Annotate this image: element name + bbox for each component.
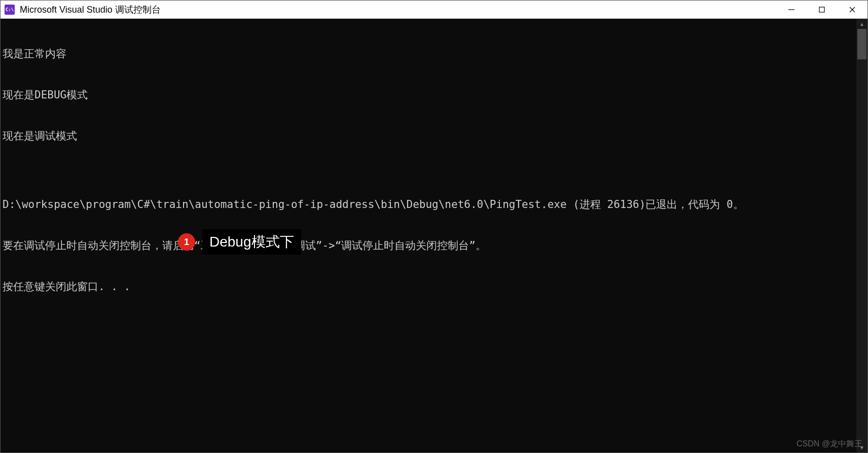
console-line: D:\workspace\program\C#\train\automatic-… <box>3 198 854 212</box>
annotation-label: Debug模式下 <box>202 229 301 255</box>
scroll-up-icon[interactable]: ▲ <box>856 19 867 29</box>
annotation-number-badge: 1 <box>178 233 195 251</box>
console-line: 我是正常内容 <box>3 47 854 61</box>
watermark-text: CSDN @龙中舞王 <box>797 439 862 449</box>
app-icon: C:\ <box>5 5 15 15</box>
console-line: 现在是DEBUG模式 <box>3 88 854 102</box>
console-window: C:\ Microsoft Visual Studio 调试控制台 我是正常内容… <box>0 0 868 453</box>
titlebar[interactable]: C:\ Microsoft Visual Studio 调试控制台 <box>1 1 867 19</box>
close-button[interactable] <box>837 1 867 18</box>
annotation-callout: 1 Debug模式下 <box>178 229 301 255</box>
window-title: Microsoft Visual Studio 调试控制台 <box>20 4 776 16</box>
console-line: 要在调试停止时自动关闭控制台，请启用“工具”->“选项”->“调试”->“调试停… <box>3 239 854 253</box>
console-line: 现在是调试模式 <box>3 129 854 143</box>
scroll-thumb[interactable] <box>857 29 866 59</box>
svg-rect-1 <box>819 7 824 12</box>
minimize-button[interactable] <box>776 1 807 18</box>
vertical-scrollbar[interactable]: ▲ ▼ <box>856 19 867 452</box>
console-line: 按任意键关闭此窗口. . . <box>3 280 854 294</box>
app-icon-text: C:\ <box>6 7 14 12</box>
window-controls <box>776 1 867 18</box>
console-output[interactable]: 我是正常内容 现在是DEBUG模式 现在是调试模式 D:\workspace\p… <box>1 19 856 452</box>
maximize-button[interactable] <box>807 1 837 18</box>
console-body: 我是正常内容 现在是DEBUG模式 现在是调试模式 D:\workspace\p… <box>1 19 867 452</box>
